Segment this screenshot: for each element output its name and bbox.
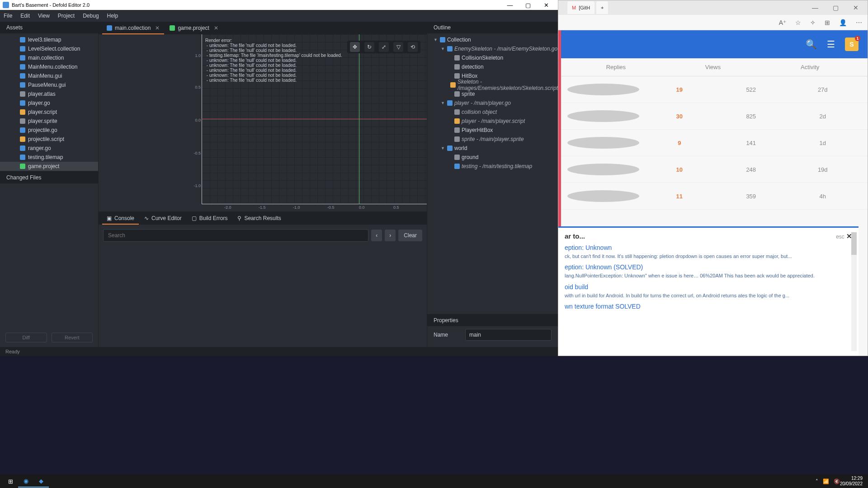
more-icon[interactable]: ⋯ [856, 19, 862, 26]
browser-close-button[interactable]: ✕ [847, 4, 865, 11]
similar-topic-title[interactable]: wn texture format SOLVED [565, 303, 852, 310]
outline-item[interactable]: ▼player - /main/player.go [427, 99, 558, 108]
asset-item[interactable]: player.sprite [0, 117, 98, 126]
col-activity[interactable]: Activity [761, 64, 859, 70]
asset-item[interactable]: level3.tilemap [0, 35, 98, 44]
browser-max-button[interactable]: ▢ [826, 4, 845, 11]
asset-item[interactable]: player.script [0, 108, 98, 117]
scene-viewport[interactable]: Render error: - unknown: The file 'null'… [99, 34, 427, 211]
profile-icon[interactable]: 👤 [839, 19, 847, 26]
console-tab[interactable]: ∿Curve Editor [140, 213, 186, 225]
clock[interactable]: 12:29 20/09/2022 [840, 476, 865, 487]
user-avatar[interactable]: S 1 [845, 38, 859, 51]
diff-button[interactable]: Diff [5, 333, 47, 343]
tree-caret-icon[interactable]: ▼ [441, 146, 445, 150]
outline-item[interactable]: PlayerHitBox [427, 126, 558, 135]
outline-item[interactable]: detection [427, 62, 558, 71]
close-button[interactable]: ✕ [537, 2, 555, 9]
console-next-button[interactable]: › [385, 230, 396, 241]
asset-item[interactable]: ranger.go [0, 144, 98, 153]
outline-item[interactable]: collision object [427, 108, 558, 117]
forum-topic-row[interactable]: 308252d [558, 103, 868, 130]
network-icon[interactable]: 📶 [823, 479, 829, 484]
asset-item[interactable]: player.go [0, 99, 98, 108]
asset-item[interactable]: player.atlas [0, 89, 98, 99]
console-search-input[interactable] [103, 229, 368, 242]
similar-topic-title[interactable]: eption: Unknown [565, 244, 852, 251]
outline-item[interactable]: CollisionSkeleton [427, 53, 558, 62]
tree-caret-icon[interactable]: ▼ [441, 101, 445, 105]
collections-icon[interactable]: ⊞ [825, 19, 830, 26]
favorite-icon[interactable]: ☆ [795, 19, 801, 26]
console-tab[interactable]: ▢Build Errors [187, 213, 232, 225]
editor-tab[interactable]: main.collection✕ [102, 23, 164, 34]
similar-topic-title[interactable]: oid build [565, 283, 852, 291]
col-replies[interactable]: Replies [567, 64, 665, 70]
scale-tool-button[interactable]: ⤢ [379, 42, 389, 52]
editor-tab[interactable]: game.project✕ [165, 23, 222, 34]
outline-item[interactable]: ▼world [427, 144, 558, 153]
outline-item[interactable]: ▼Collection [427, 35, 558, 44]
menu-edit[interactable]: Edit [20, 13, 30, 19]
read-aloud-icon[interactable]: A⁺ [779, 19, 786, 26]
console-tab[interactable]: ⚲Search Results [233, 213, 285, 225]
start-button[interactable]: ⊞ [3, 475, 18, 488]
tree-caret-icon[interactable]: ▼ [434, 38, 438, 42]
tray-chevron-icon[interactable]: ˄ [816, 479, 818, 484]
asset-item[interactable]: LevelSelect.collection [0, 44, 98, 53]
erase-tool-button[interactable]: ▽ [393, 42, 403, 52]
prop-name-input[interactable] [465, 329, 552, 341]
hamburger-icon[interactable]: ☰ [827, 39, 835, 50]
outline-item[interactable]: Skeleton - /images/Enemies/skeleton/Skel… [427, 80, 558, 89]
browser-tab[interactable]: M [GitH [567, 1, 594, 14]
console-prev-button[interactable]: ‹ [371, 230, 382, 241]
outline-item[interactable]: player - /main/player.script [427, 117, 558, 126]
menu-help[interactable]: Help [107, 13, 118, 19]
asset-list[interactable]: level3.tilemapLevelSelect.collectionmain… [0, 33, 98, 171]
asset-item[interactable]: projectile.go [0, 126, 98, 135]
refresh-tool-button[interactable]: ⟲ [408, 42, 418, 52]
system-tray[interactable]: ˄ 📶 🔇 [816, 479, 840, 484]
asset-item[interactable]: projectile.script [0, 135, 98, 144]
col-views[interactable]: Views [665, 64, 762, 70]
asset-item[interactable]: PauseMenu.gui [0, 80, 98, 89]
asset-item[interactable]: MainMenu.collection [0, 62, 98, 71]
forum-topic-row[interactable]: 91411d [558, 130, 868, 156]
titlebar[interactable]: Bart's Basement - Defold Editor 2.0 — ▢ … [0, 0, 558, 10]
revert-button[interactable]: Revert [52, 333, 93, 343]
maximize-button[interactable]: ▢ [519, 2, 537, 9]
forum-topic-row[interactable]: 1024819d [558, 156, 868, 183]
forum-topic-row[interactable]: 113594h [558, 183, 868, 210]
menu-project[interactable]: Project [58, 13, 75, 19]
console-clear-button[interactable]: Clear [398, 230, 422, 241]
console-tab[interactable]: ▣Console [102, 213, 139, 225]
forum-topic-row[interactable]: 1952227d [558, 76, 868, 103]
asset-item[interactable]: MainMenu.gui [0, 71, 98, 80]
similar-close[interactable]: esc ✕ [836, 232, 852, 240]
outline-item[interactable]: sprite - /main/player.sprite [427, 135, 558, 144]
menu-debug[interactable]: Debug [83, 13, 99, 19]
volume-icon[interactable]: 🔇 [834, 479, 840, 484]
tree-caret-icon[interactable]: ▼ [441, 47, 445, 51]
menu-view[interactable]: View [38, 13, 50, 19]
outline-item[interactable]: ground [427, 153, 558, 162]
asset-item[interactable]: game.project [0, 162, 98, 171]
similar-topic-title[interactable]: eption: Unknown (SOLVED) [565, 263, 852, 271]
menu-file[interactable]: File [4, 13, 12, 19]
outline-item[interactable]: ▼EnemySkeleton - /main/EnemySkeleton.go [427, 44, 558, 53]
search-icon[interactable]: 🔍 [806, 39, 817, 50]
close-tab-icon[interactable]: ✕ [214, 25, 218, 31]
edge-taskbar-icon[interactable]: ◉ [18, 475, 33, 488]
rotate-tool-button[interactable]: ↻ [364, 42, 374, 52]
close-tab-icon[interactable]: ✕ [155, 25, 160, 31]
new-tab-button[interactable]: + [596, 1, 608, 14]
move-tool-button[interactable]: ✥ [350, 42, 360, 52]
defold-taskbar-icon[interactable]: ◆ [33, 475, 49, 488]
outline-item[interactable]: testing - /main/testing.tilemap [427, 162, 558, 171]
asset-item[interactable]: testing.tilemap [0, 153, 98, 162]
scrollbar[interactable] [851, 232, 857, 351]
favorites-bar-icon[interactable]: ✧ [810, 19, 816, 26]
minimize-button[interactable]: — [501, 2, 519, 9]
asset-item[interactable]: main.collection [0, 53, 98, 62]
browser-min-button[interactable]: — [806, 4, 825, 11]
